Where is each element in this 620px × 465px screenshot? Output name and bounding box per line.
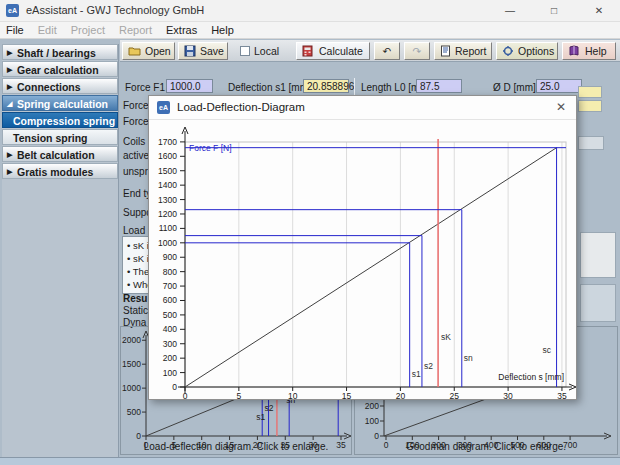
chevron-right-icon: ▶	[7, 62, 12, 78]
y-tick-label: 1500	[158, 166, 177, 176]
menu-help[interactable]: Help	[211, 24, 234, 36]
report-button[interactable]: Report	[434, 42, 492, 60]
save-button[interactable]: Save	[178, 42, 228, 60]
calculate-label: Calculate	[319, 45, 363, 57]
report-document-icon	[440, 45, 451, 57]
y-tick-label: 200	[365, 401, 379, 411]
load-deflection-dialog: eA Load-Deflection-Diagram ✕ 05101520253…	[148, 95, 577, 400]
options-button[interactable]: Options	[496, 42, 558, 60]
sidebar-item-tension-spring[interactable]: Tension spring	[2, 129, 118, 145]
right-caption: Goodman diagram. Click to enlarge.	[355, 441, 617, 452]
dialog-close-icon[interactable]: ✕	[556, 100, 566, 114]
sidebar-item-connections[interactable]: ▶Connections	[2, 78, 118, 94]
minimize-button[interactable]: —	[490, 0, 530, 22]
dialog-title: Load-Deflection-Diagram	[177, 101, 305, 113]
close-button[interactable]: ✕	[578, 0, 620, 22]
left-caption: Load-deflection diagram. Click to enlarg…	[121, 441, 351, 452]
covered-control	[580, 284, 616, 322]
options-gear-icon	[502, 45, 514, 57]
sidebar-item-label: Belt calculation	[17, 149, 95, 161]
covered-control	[580, 232, 616, 278]
x-tick-label: 20	[396, 391, 406, 399]
deflection-s1-field[interactable]: 20.858896	[303, 79, 349, 93]
marker-label-s2: s2	[424, 361, 433, 371]
y-tick-label: 100	[365, 416, 379, 426]
y-tick-label: 600	[163, 295, 177, 305]
y-tick-label: 1400	[158, 180, 177, 190]
diameter-d-field[interactable]: 25.0	[536, 79, 582, 93]
y-tick-label: 0	[136, 431, 141, 441]
dialog-titlebar[interactable]: eA Load-Deflection-Diagram ✕	[149, 96, 576, 120]
help-book-icon	[568, 45, 581, 57]
sidebar-item-label: Compression spring	[13, 115, 115, 127]
result-heading: Resu	[123, 293, 147, 304]
open-button[interactable]: Open	[122, 42, 175, 60]
sidebar-item-label: Gratis modules	[17, 166, 93, 178]
sidebar-item-gratis-modules[interactable]: ▶Gratis modules	[2, 163, 118, 179]
toolbar: Open Save Local Calculate ↶ ↷ Report Opt…	[120, 40, 620, 62]
x-tick-label: 0	[183, 391, 188, 399]
sidebar-item-compression-spring[interactable]: Compression spring	[2, 112, 118, 128]
y-tick-label: 300	[163, 339, 177, 349]
status-strip	[0, 457, 620, 465]
y-tick-label: 1500	[122, 359, 141, 369]
menu-extras[interactable]: Extras	[166, 24, 197, 36]
sidebar: ▶Shaft / bearings▶Gear calculation▶Conne…	[2, 44, 119, 457]
checkbox-icon[interactable]	[240, 46, 250, 56]
sidebar-item-label: Spring calculation	[17, 98, 108, 110]
y-tick-label: 1600	[158, 151, 177, 161]
y-tick-label: 500	[163, 310, 177, 320]
sidebar-item-shaft-bearings[interactable]: ▶Shaft / bearings	[2, 44, 118, 60]
y-tick-label: 1300	[158, 195, 177, 205]
menu-bar: FileEditProjectReportExtrasHelp	[0, 22, 620, 39]
force-f1-field[interactable]: 1000.0	[166, 79, 213, 93]
x-tick-label: 15	[342, 391, 352, 399]
y-tick-label: 1200	[158, 209, 177, 219]
deflection-s1-label: Deflection s1 [mm]	[228, 82, 311, 93]
calculate-button[interactable]: Calculate	[296, 42, 370, 60]
y-tick-label: 1000	[122, 383, 141, 393]
open-label: Open	[145, 45, 171, 57]
y-tick-label: 1700	[158, 137, 177, 147]
report-label: Report	[455, 45, 487, 57]
x-tick-label: 25	[450, 391, 460, 399]
marker-label-s1: s1	[412, 369, 421, 379]
diameter-d-label: Ø D [mm]	[493, 82, 536, 93]
sidebar-item-belt-calculation[interactable]: ▶Belt calculation	[2, 146, 118, 162]
note-line: • The	[127, 266, 149, 277]
sidebar-item-label: Gear calculation	[17, 64, 99, 76]
window-titlebar[interactable]: eA eAssistant - GWJ Technology GmbH — □ …	[0, 0, 620, 22]
marker-label-sn: sn	[464, 353, 473, 363]
menu-file[interactable]: File	[6, 24, 24, 36]
redo-button[interactable]: ↷	[404, 42, 430, 60]
marker-label-s2: s2	[265, 403, 274, 413]
sidebar-item-label: Connections	[17, 81, 81, 93]
marker-label-sK: sK	[441, 332, 451, 342]
sidebar-item-gear-calculation[interactable]: ▶Gear calculation	[2, 61, 118, 77]
marker-label-s1: s1	[256, 412, 265, 422]
sidebar-item-label: Tension spring	[13, 132, 87, 144]
covered-yellow-field	[578, 86, 602, 98]
save-label: Save	[200, 45, 224, 57]
covered-control	[578, 136, 604, 150]
menu-edit: Edit	[38, 24, 57, 36]
y-tick-label: 700	[163, 281, 177, 291]
help-label: Help	[585, 45, 607, 57]
load-deflection-diagram-chart: 0510152025303501002003004005006007008009…	[150, 121, 576, 399]
local-checkbox[interactable]: Local	[234, 42, 292, 60]
local-label: Local	[254, 45, 279, 57]
sidebar-item-label: Shaft / bearings	[17, 47, 96, 59]
chevron-expanded-icon: ◢	[7, 96, 12, 112]
sidebar-item-spring-calculation[interactable]: ◢Spring calculation	[2, 95, 118, 111]
undo-button[interactable]: ↶	[374, 42, 400, 60]
length-l0-field[interactable]: 87.5	[416, 79, 462, 93]
x-axis-title: Deflection s [mm]	[498, 372, 564, 382]
maximize-button[interactable]: □	[534, 0, 574, 22]
y-tick-label: 100	[163, 368, 177, 378]
chevron-right-icon: ▶	[7, 79, 12, 95]
menu-report: Report	[119, 24, 152, 36]
marker-label-sc: sc	[543, 345, 552, 355]
calculator-icon	[302, 45, 315, 57]
help-button[interactable]: Help	[562, 42, 616, 60]
dialog-icon: eA	[157, 101, 170, 114]
